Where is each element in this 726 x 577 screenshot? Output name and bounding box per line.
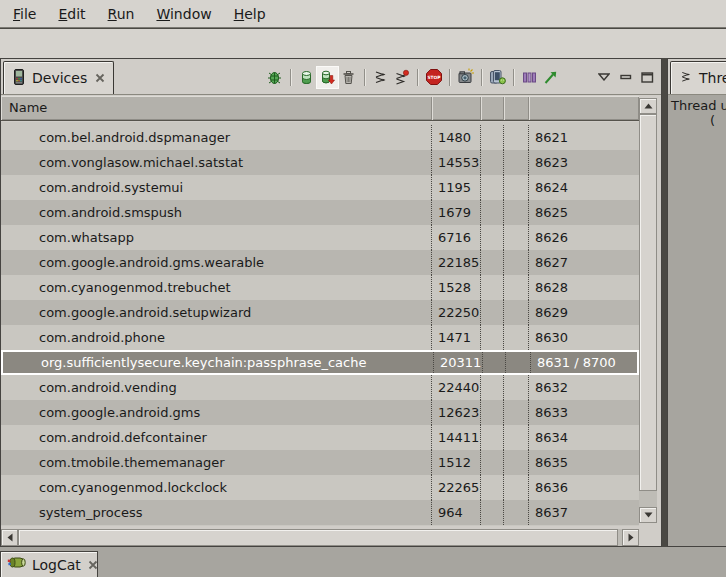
process-port: 8637: [529, 500, 639, 525]
menu-edit[interactable]: Edit: [47, 2, 96, 26]
process-port: 8627: [529, 250, 639, 275]
update-heap-icon[interactable]: [296, 67, 317, 88]
process-port: 8634: [529, 425, 639, 450]
menu-run[interactable]: Run: [97, 2, 146, 26]
process-name: com.android.phone: [1, 325, 432, 350]
table-header: Name: [1, 96, 639, 121]
toolbar-separator: [481, 69, 482, 86]
threads-view-panel: Threa Thread up (: [667, 58, 726, 547]
menu-window[interactable]: Window: [145, 2, 222, 26]
stop-process-icon[interactable]: STOP: [423, 67, 444, 88]
table-row[interactable]: system_process9648637: [1, 500, 639, 525]
table-row[interactable]: com.cyanogenmod.lockclock222658636: [1, 475, 639, 500]
process-pid: 12623: [432, 400, 481, 425]
systrace-icon[interactable]: [519, 67, 540, 88]
table-row[interactable]: com.android.vending224408632: [1, 375, 639, 400]
column-header-name[interactable]: Name: [1, 96, 432, 120]
maximize-icon[interactable]: [638, 67, 657, 88]
update-threads-icon[interactable]: [370, 67, 391, 88]
threads-tabstrip: Threa: [668, 59, 726, 95]
process-port: 8630: [529, 325, 639, 350]
dump-hprof-icon[interactable]: [317, 67, 338, 88]
toolbar-separator: [513, 69, 514, 86]
scroll-left-arrow-icon[interactable]: [1, 529, 18, 546]
process-table: com.bel.android.dspmanager14808621 com.v…: [1, 122, 639, 526]
table-row[interactable]: com.whatsapp67168626: [1, 225, 639, 250]
process-pid: 20311: [434, 352, 483, 373]
table-row[interactable]: com.cyanogenmod.trebuchet15288628: [1, 275, 639, 300]
process-pid: 14553: [432, 150, 481, 175]
tab-threads-label: Threa: [699, 70, 726, 86]
process-port: 8623: [529, 150, 639, 175]
process-name: com.bel.android.dspmanager: [1, 125, 432, 150]
toolbar-separator: [449, 69, 450, 86]
table-row[interactable]: com.android.defcontainer144118634: [1, 425, 639, 450]
horizontal-scrollbar-thumb[interactable]: [18, 529, 618, 546]
cause-gc-trash-icon[interactable]: [338, 67, 359, 88]
devices-view-panel: Devices: [0, 58, 662, 547]
table-row[interactable]: com.vonglasow.michael.satstat145538623: [1, 150, 639, 175]
process-port: 8624: [529, 175, 639, 200]
threads-content: Thread up (: [668, 95, 726, 546]
column-header-2[interactable]: [481, 96, 504, 120]
scroll-up-arrow-icon[interactable]: [639, 98, 657, 114]
process-name: com.google.android.gms: [1, 400, 432, 425]
table-row[interactable]: com.google.android.setupwizard222508629: [1, 300, 639, 325]
vertical-scrollbar[interactable]: [639, 98, 657, 523]
minimize-icon[interactable]: [616, 67, 635, 88]
process-pid: 1471: [432, 325, 481, 350]
toolbar-separator: [290, 69, 291, 86]
tab-logcat[interactable]: LogCat: [0, 551, 98, 577]
start-method-profiling-icon[interactable]: [391, 67, 412, 88]
table-row[interactable]: com.google.android.gms126238633: [1, 400, 639, 425]
menu-file[interactable]: File: [2, 2, 47, 26]
view-menu-icon[interactable]: [594, 67, 613, 88]
phone-icon: [12, 69, 26, 88]
bottom-view-strip: LogCat: [0, 547, 726, 577]
menu-bar: File Edit Run Window Help: [0, 0, 726, 28]
tab-threads[interactable]: Threa: [670, 61, 726, 94]
horizontal-scrollbar[interactable]: [1, 529, 639, 546]
table-row[interactable]: com.android.smspush16798625: [1, 200, 639, 225]
debug-attach-icon[interactable]: [264, 67, 285, 88]
scroll-down-arrow-icon[interactable]: [639, 507, 657, 523]
table-row[interactable]: com.android.systemui11958624: [1, 175, 639, 200]
table-row[interactable]: com.google.android.gms.wearable221858627: [1, 250, 639, 275]
table-row[interactable]: com.android.phone14718630: [1, 325, 639, 350]
column-header-3[interactable]: [504, 96, 529, 120]
process-name: com.cyanogenmod.trebuchet: [1, 275, 432, 300]
table-row[interactable]: com.bel.android.dspmanager14808621: [1, 125, 639, 150]
close-icon[interactable]: [88, 560, 98, 570]
process-name: com.android.smspush: [1, 200, 432, 225]
process-port: 8632: [529, 375, 639, 400]
opengl-trace-icon[interactable]: [540, 67, 561, 88]
close-icon[interactable]: [95, 73, 105, 83]
process-pid: 1528: [432, 275, 481, 300]
process-pid: 22265: [432, 475, 481, 500]
threads-message-line2: (: [668, 113, 726, 128]
tab-logcat-label: LogCat: [32, 557, 81, 573]
table-row[interactable]: com.tmobile.thememanager15128635: [1, 450, 639, 475]
process-port: 8636: [529, 475, 639, 500]
column-header-port[interactable]: [529, 96, 639, 120]
devices-tabstrip: Devices: [1, 59, 661, 95]
process-pid: 1195: [432, 175, 481, 200]
process-name: com.android.systemui: [1, 175, 432, 200]
ui-automator-icon[interactable]: [487, 67, 508, 88]
process-name: com.tmobile.thememanager: [1, 450, 432, 475]
tab-devices[interactable]: Devices: [3, 61, 114, 94]
scroll-right-arrow-icon[interactable]: [622, 529, 639, 546]
column-header-pid[interactable]: [432, 96, 481, 120]
table-row-selected[interactable]: org.sufficientlysecure.keychain:passphra…: [1, 350, 639, 375]
vertical-scrollbar-thumb[interactable]: [639, 114, 657, 491]
process-pid: 1679: [432, 200, 481, 225]
devices-toolbar: STOP: [264, 66, 657, 88]
process-pid: 964: [432, 500, 481, 525]
log-icon: [7, 556, 27, 573]
toolbar-empty-strip: [0, 29, 726, 58]
screen-capture-icon[interactable]: [455, 67, 476, 88]
process-name: com.google.android.gms.wearable: [1, 250, 432, 275]
menu-help[interactable]: Help: [223, 2, 277, 26]
process-pid: 14411: [432, 425, 481, 450]
process-name: com.android.vending: [1, 375, 432, 400]
